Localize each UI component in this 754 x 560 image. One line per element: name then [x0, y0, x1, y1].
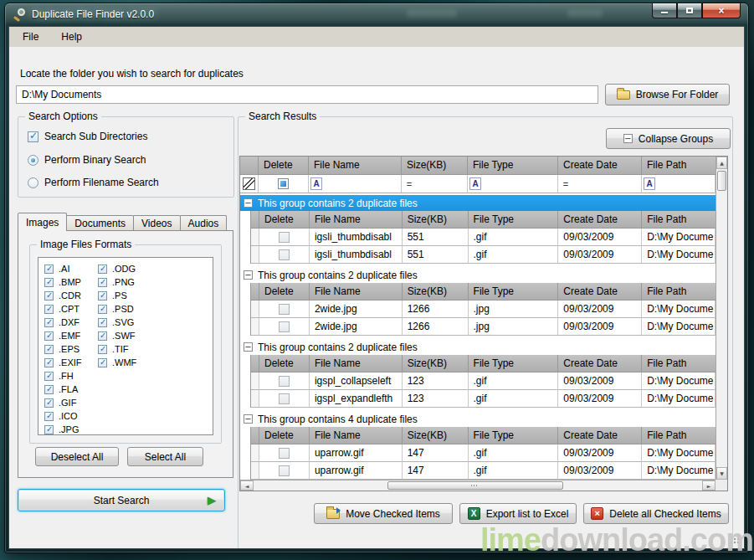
format-option[interactable]: ✓.CDR	[44, 289, 82, 302]
scroll-left-icon[interactable]: ◄	[240, 480, 254, 491]
format-option[interactable]: ✓.WMF	[98, 356, 136, 369]
col-file-name[interactable]: File Name	[309, 157, 402, 175]
minimize-button[interactable]	[652, 3, 677, 18]
group-expander-icon[interactable]: −	[244, 414, 253, 424]
format-checkbox[interactable]: ✓	[44, 385, 54, 394]
group-col-header[interactable]: Delete	[259, 283, 310, 301]
text-filter-icon[interactable]: A	[469, 177, 481, 190]
binary-search-option[interactable]: Perform Binary Search	[28, 154, 146, 166]
move-checked-items-button[interactable]: Move Checked Items	[314, 503, 453, 524]
delete-checkbox[interactable]	[279, 448, 290, 459]
group-col-header[interactable]: Create Date	[558, 283, 642, 301]
format-option[interactable]: ✓.PNG	[98, 275, 136, 289]
select-all-button[interactable]: Select All	[127, 447, 203, 466]
menu-file[interactable]: File	[13, 28, 48, 45]
export-to-excel-button[interactable]: X Export list to Excel	[459, 503, 577, 524]
group-col-header[interactable]: File Path	[642, 427, 716, 444]
format-checkbox[interactable]: ✓	[44, 358, 54, 367]
delete-checked-items-button[interactable]: × Delete all Checked Items	[583, 503, 729, 524]
format-option[interactable]: ✓.EMF	[44, 329, 82, 342]
col-file-path[interactable]: File Path	[642, 157, 716, 175]
delete-checkbox[interactable]	[279, 304, 290, 315]
group-col-header[interactable]: Delete	[259, 211, 310, 229]
format-option[interactable]: ✓.EPS	[44, 342, 82, 356]
scroll-up-icon[interactable]: ▲	[716, 157, 727, 169]
close-button[interactable]: ×	[702, 3, 741, 18]
deselect-all-button[interactable]: Deselect All	[35, 447, 119, 466]
group-expander-icon[interactable]: −	[244, 342, 253, 352]
group-header[interactable]: −This group contains 2 duplicate files	[240, 195, 716, 211]
clear-filter-icon[interactable]	[243, 177, 255, 190]
col-delete[interactable]: Delete	[259, 157, 309, 175]
text-filter-icon[interactable]: A	[644, 177, 655, 190]
format-checkbox[interactable]: ✓	[44, 291, 54, 301]
delete-checkbox[interactable]	[279, 321, 290, 332]
filename-radio[interactable]	[28, 177, 38, 188]
format-option[interactable]: ✓.EXIF	[44, 356, 82, 369]
format-checkbox[interactable]: ✓	[44, 265, 54, 274]
horizontal-scrollbar[interactable]: ◄ ►	[240, 480, 716, 491]
scroll-down-icon[interactable]: ▼	[716, 467, 727, 480]
group-header[interactable]: −This group contains 2 duplicate files	[240, 267, 716, 283]
col-size[interactable]: Size(KB)	[402, 157, 468, 175]
subdirs-checkbox[interactable]: ✓	[28, 131, 38, 142]
folder-path-input[interactable]	[16, 85, 598, 104]
scroll-right-icon[interactable]: ►	[702, 480, 716, 491]
table-row[interactable]: 2wide.jpg1266.jpg09/03/2009D:\My Docume	[251, 301, 716, 318]
group-col-header[interactable]: Create Date	[558, 427, 642, 444]
format-checkbox[interactable]: ✓	[98, 358, 107, 367]
table-row[interactable]: 2wide.jpg1266.jpg09/03/2009D:\My Docume	[251, 318, 716, 336]
format-option[interactable]: ✓.TIF	[98, 342, 136, 356]
group-col-header[interactable]: Size(KB)	[403, 427, 469, 444]
group-col-header[interactable]: Delete	[259, 427, 310, 444]
vertical-scroll-thumb[interactable]	[717, 171, 726, 191]
date-filter-input[interactable]	[574, 177, 639, 191]
format-checkbox[interactable]: ✓	[44, 425, 54, 434]
browse-for-folder-button[interactable]: Browse For Folder	[605, 84, 730, 105]
search-subdirs-option[interactable]: ✓ Search Sub Directories	[28, 131, 147, 142]
format-option[interactable]: ✓.FLA	[44, 383, 82, 396]
format-option[interactable]: ✓.PSD	[98, 302, 136, 316]
group-col-header[interactable]: Create Date	[558, 211, 642, 229]
format-option[interactable]: ✓.PS	[98, 289, 136, 302]
format-option[interactable]: ✓.ODG	[98, 262, 136, 275]
equals-filter-icon[interactable]: =	[560, 179, 572, 189]
delete-checkbox[interactable]	[279, 465, 290, 476]
formats-list[interactable]: ✓.AI✓.BMP✓.CDR✓.CPT✓.DXF✓.EMF✓.EPS✓.EXIF…	[38, 257, 213, 435]
group-expander-icon[interactable]: −	[244, 198, 253, 208]
filename-filter-input[interactable]	[325, 177, 399, 191]
delete-checkbox[interactable]	[279, 232, 290, 243]
col-file-type[interactable]: File Type	[468, 157, 558, 175]
format-option[interactable]: ✓.BMP	[44, 275, 82, 289]
start-search-button[interactable]: Start Search ▶	[18, 489, 225, 511]
format-checkbox[interactable]: ✓	[44, 278, 54, 287]
binary-radio[interactable]	[28, 155, 38, 166]
table-row[interactable]: uparrow.gif147.gif09/03/2009D:\My Docume	[251, 462, 716, 480]
maximize-button[interactable]	[677, 3, 702, 18]
format-checkbox[interactable]: ✓	[44, 398, 54, 408]
table-row[interactable]: igsli_thumbdisabl551.gif09/03/2009D:\My …	[251, 229, 716, 246]
group-col-header[interactable]: Delete	[259, 355, 310, 372]
filetype-filter-input[interactable]	[484, 177, 556, 191]
tab-audios[interactable]: Audios	[180, 215, 228, 231]
col-create-date[interactable]: Create Date	[558, 157, 642, 175]
group-col-header[interactable]: Size(KB)	[403, 283, 469, 301]
tab-documents[interactable]: Documents	[66, 215, 134, 231]
format-option[interactable]: ✓.DXF	[44, 316, 82, 329]
text-filter-icon[interactable]: A	[310, 177, 322, 190]
group-col-header[interactable]: File Path	[642, 283, 716, 301]
format-checkbox[interactable]: ✓	[44, 372, 54, 381]
tab-videos[interactable]: Videos	[133, 215, 180, 231]
group-col-header[interactable]: Size(KB)	[403, 211, 469, 229]
tab-images[interactable]: Images	[18, 213, 67, 231]
table-row[interactable]: igspl_collapseleft123.gif09/03/2009D:\My…	[251, 372, 716, 390]
delete-checkbox[interactable]	[279, 249, 290, 260]
group-col-header[interactable]: File Name	[310, 211, 403, 229]
group-header[interactable]: −This group contains 2 duplicate files	[240, 339, 716, 355]
horizontal-scroll-thumb[interactable]	[387, 481, 563, 490]
group-col-header[interactable]: Size(KB)	[403, 355, 469, 372]
filename-search-option[interactable]: Perform Filename Search	[28, 177, 159, 188]
group-col-header[interactable]: File Type	[469, 211, 559, 229]
format-checkbox[interactable]: ✓	[98, 278, 107, 287]
group-col-header[interactable]: File Path	[642, 211, 716, 229]
